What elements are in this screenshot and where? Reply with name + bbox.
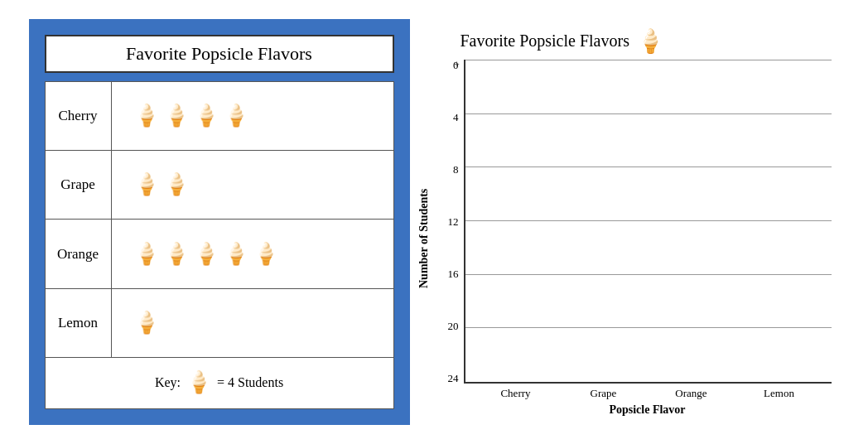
pictograph-table: Cherry🍦🍦🍦🍦Grape🍦🍦Orange🍦🍦🍦🍦🍦Lemon🍦Key:🍦=…: [45, 81, 394, 409]
flavor-cell: Grape: [45, 151, 111, 220]
popsicle-icon-title: 🍦: [636, 27, 665, 55]
icons-cell: 🍦🍦🍦🍦: [111, 82, 393, 151]
table-row: Grape🍦🍦: [45, 151, 393, 220]
x-label-orange: Orange: [667, 387, 716, 400]
y-ticks: 24201612840: [439, 60, 464, 384]
left-panel: Favorite Popsicle Flavors Cherry🍦🍦🍦🍦Grap…: [29, 19, 410, 425]
icon-cell: 🍦🍦🍦🍦🍦: [122, 235, 383, 273]
key-cell: Key:🍦= 4 Students: [45, 357, 393, 408]
chart-title-row: Favorite Popsicle Flavors 🍦: [461, 27, 665, 55]
y-tick: 12: [448, 216, 459, 227]
flavor-cell: Orange: [45, 220, 111, 288]
icon-cell: 🍦🍦🍦🍦: [122, 97, 383, 135]
x-axis-title: Popsicle Flavor: [464, 403, 832, 417]
chart-area: Number of Students 24201612840 + CherryG…: [417, 60, 832, 417]
table-row: Cherry🍦🍦🍦🍦: [45, 82, 393, 151]
table-row: Orange🍦🍦🍦🍦🍦: [45, 220, 393, 288]
chart-inner: 24201612840 +: [439, 60, 832, 384]
x-label-grape: Grape: [579, 387, 629, 400]
icons-cell: 🍦🍦: [111, 151, 393, 220]
y-tick: 4: [453, 112, 459, 123]
flavor-cell: Lemon: [45, 288, 111, 357]
bars-row: [465, 60, 832, 382]
icon-cell: 🍦: [122, 304, 383, 342]
icons-cell: 🍦: [111, 288, 393, 357]
key-value: = 4 Students: [217, 375, 283, 390]
chart-with-axes: 24201612840 + CherryGrapeOrangeLemon Pop…: [439, 60, 832, 417]
x-label-cherry: Cherry: [491, 387, 541, 400]
chart-title: Favorite Popsicle Flavors: [461, 31, 629, 51]
flavor-cell: Cherry: [45, 82, 111, 151]
key-label: Key:: [155, 375, 181, 390]
bars-area: +: [464, 60, 832, 384]
x-label-lemon: Lemon: [755, 387, 804, 400]
x-labels: CherryGrapeOrangeLemon: [464, 384, 832, 400]
plus-sign: +: [454, 58, 460, 71]
y-tick: 24: [448, 373, 459, 384]
y-tick: 20: [448, 321, 459, 331]
y-axis-label: Number of Students: [417, 60, 436, 417]
y-tick: 8: [453, 164, 459, 175]
table-row: Lemon🍦: [45, 288, 393, 357]
key-row: Key:🍦= 4 Students: [45, 357, 393, 408]
icons-cell: 🍦🍦🍦🍦🍦: [111, 220, 393, 288]
y-tick: 16: [448, 268, 459, 279]
icon-cell: 🍦🍦: [122, 166, 383, 204]
right-panel: Favorite Popsicle Flavors 🍦 Number of St…: [417, 19, 840, 425]
left-panel-title: Favorite Popsicle Flavors: [45, 35, 394, 73]
